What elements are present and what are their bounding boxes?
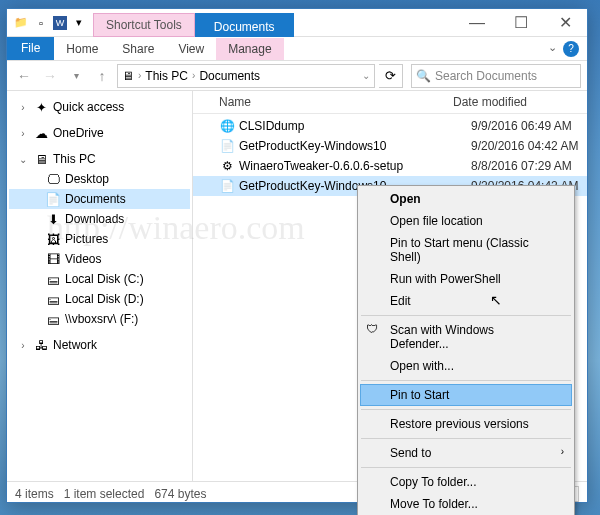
contextual-tab-label: Shortcut Tools xyxy=(93,13,195,37)
ribbon-tab-view[interactable]: View xyxy=(166,38,216,60)
pictures-icon: 🖼 xyxy=(45,231,61,247)
cm-scan-defender[interactable]: 🛡Scan with Windows Defender... xyxy=(360,319,572,355)
breadcrumb-root[interactable]: This PC xyxy=(145,69,188,83)
sidebar-this-pc[interactable]: ⌄🖥This PC xyxy=(9,149,190,169)
cm-pin-classic[interactable]: Pin to Start menu (Classic Shell) xyxy=(360,232,572,268)
sidebar-disk-d[interactable]: 🖴Local Disk (D:) xyxy=(9,289,190,309)
sidebar-downloads[interactable]: ⬇Downloads xyxy=(9,209,190,229)
up-button[interactable]: ↑ xyxy=(91,64,113,88)
col-date[interactable]: Date modified xyxy=(453,95,587,109)
maximize-button[interactable]: ☐ xyxy=(499,9,543,37)
window-title: Documents xyxy=(195,13,294,37)
cm-separator xyxy=(361,409,571,410)
address-row: ← → ▾ ↑ 🖥› This PC› Documents ⌄ ⟳ 🔍 Sear… xyxy=(7,61,587,91)
network-drive-icon: 🖴 xyxy=(45,311,61,327)
ribbon-file-tab[interactable]: File xyxy=(7,37,54,60)
sidebar-pictures[interactable]: 🖼Pictures xyxy=(9,229,190,249)
file-name: GetProductKey-Windows10 xyxy=(239,139,471,153)
videos-icon: 🎞 xyxy=(45,251,61,267)
context-menu: Open Open file location Pin to Start men… xyxy=(357,185,575,515)
powershell-icon: 📄 xyxy=(219,138,235,154)
cm-restore-versions[interactable]: Restore previous versions xyxy=(360,413,572,435)
file-name: WinaeroTweaker-0.6.0.6-setup xyxy=(239,159,471,173)
cm-separator xyxy=(361,315,571,316)
forward-button[interactable]: → xyxy=(39,64,61,88)
star-icon: ✦ xyxy=(33,99,49,115)
disk-icon: 🖴 xyxy=(45,271,61,287)
column-headers[interactable]: Name Date modified xyxy=(193,91,587,114)
file-date: 9/9/2016 06:49 AM xyxy=(471,119,587,133)
sidebar-desktop[interactable]: 🖵Desktop xyxy=(9,169,190,189)
pc-icon: 🖥 xyxy=(122,69,134,83)
cm-open-location[interactable]: Open file location xyxy=(360,210,572,232)
sidebar-quick-access[interactable]: ›✦Quick access xyxy=(9,97,190,117)
file-date: 8/8/2016 07:29 AM xyxy=(471,159,587,173)
addr-dropdown-icon[interactable]: ⌄ xyxy=(362,70,370,81)
app-icon: ⚙ xyxy=(219,158,235,174)
ribbon: File Home Share View Manage ⌄ ? xyxy=(7,37,587,61)
file-row[interactable]: 📄 GetProductKey-Windows10 9/20/2016 04:4… xyxy=(193,136,587,156)
cm-send-to[interactable]: Send to› xyxy=(360,442,572,464)
ribbon-tab-manage[interactable]: Manage xyxy=(216,38,283,60)
breadcrumb-folder[interactable]: Documents xyxy=(199,69,260,83)
sidebar-videos[interactable]: 🎞Videos xyxy=(9,249,190,269)
cm-separator xyxy=(361,438,571,439)
desktop-icon: 🖵 xyxy=(45,171,61,187)
cm-separator xyxy=(361,467,571,468)
cm-pin-to-start[interactable]: Pin to Start xyxy=(360,384,572,406)
file-row[interactable]: 🌐 CLSIDdump 9/9/2016 06:49 AM xyxy=(193,116,587,136)
minimize-button[interactable]: — xyxy=(455,9,499,37)
word-icon: W xyxy=(53,16,67,30)
search-input[interactable]: 🔍 Search Documents xyxy=(411,64,581,88)
chevron-right-icon: › xyxy=(561,446,564,457)
file-row[interactable]: ⚙ WinaeroTweaker-0.6.0.6-setup 8/8/2016 … xyxy=(193,156,587,176)
cm-run-powershell[interactable]: Run with PowerShell xyxy=(360,268,572,290)
shortcut-icon: 📄 xyxy=(219,178,235,194)
cm-open-with[interactable]: Open with... xyxy=(360,355,572,377)
cm-separator xyxy=(361,380,571,381)
nav-sidebar[interactable]: ›✦Quick access ›☁OneDrive ⌄🖥This PC 🖵Des… xyxy=(7,91,193,481)
sidebar-disk-c[interactable]: 🖴Local Disk (C:) xyxy=(9,269,190,289)
downloads-icon: ⬇ xyxy=(45,211,61,227)
recent-dropdown-icon[interactable]: ▾ xyxy=(65,64,87,88)
chrome-icon: 🌐 xyxy=(219,118,235,134)
search-icon: 🔍 xyxy=(416,69,431,83)
documents-icon: 📄 xyxy=(45,191,61,207)
sidebar-network[interactable]: ›🖧Network xyxy=(9,335,190,355)
sidebar-onedrive[interactable]: ›☁OneDrive xyxy=(9,123,190,143)
col-name[interactable]: Name xyxy=(193,95,453,109)
ribbon-tab-home[interactable]: Home xyxy=(54,38,110,60)
titlebar[interactable]: 📁 ▫ W ▾ Shortcut Tools Documents — ☐ ✕ xyxy=(7,9,587,37)
sidebar-vboxsrv[interactable]: 🖴\\vboxsrv\ (F:) xyxy=(9,309,190,329)
ribbon-tab-share[interactable]: Share xyxy=(110,38,166,60)
file-name: CLSIDdump xyxy=(239,119,471,133)
shield-icon: 🛡 xyxy=(366,322,382,338)
disk-icon: 🖴 xyxy=(45,291,61,307)
status-selection: 1 item selected xyxy=(64,487,145,501)
back-button[interactable]: ← xyxy=(13,64,35,88)
cloud-icon: ☁ xyxy=(33,125,49,141)
search-placeholder: Search Documents xyxy=(435,69,537,83)
address-bar[interactable]: 🖥› This PC› Documents ⌄ xyxy=(117,64,375,88)
cm-move-to-folder[interactable]: Move To folder... xyxy=(360,493,572,515)
help-icon[interactable]: ? xyxy=(563,41,579,57)
file-date: 9/20/2016 04:42 AM xyxy=(471,139,587,153)
cm-open[interactable]: Open xyxy=(360,188,572,210)
status-size: 674 bytes xyxy=(154,487,206,501)
network-icon: 🖧 xyxy=(33,337,49,353)
close-button[interactable]: ✕ xyxy=(543,9,587,37)
status-count: 4 items xyxy=(15,487,54,501)
ribbon-expand-icon[interactable]: ⌄ xyxy=(548,41,557,57)
refresh-button[interactable]: ⟳ xyxy=(379,64,403,88)
pc-icon: 🖥 xyxy=(33,151,49,167)
folder-icon: 📁 xyxy=(13,15,29,31)
sidebar-documents[interactable]: 📄Documents xyxy=(9,189,190,209)
cm-copy-to-folder[interactable]: Copy To folder... xyxy=(360,471,572,493)
cm-edit[interactable]: Edit xyxy=(360,290,572,312)
qat-overflow-icon[interactable]: ▾ xyxy=(71,15,87,31)
app-icon: ▫ xyxy=(33,15,49,31)
